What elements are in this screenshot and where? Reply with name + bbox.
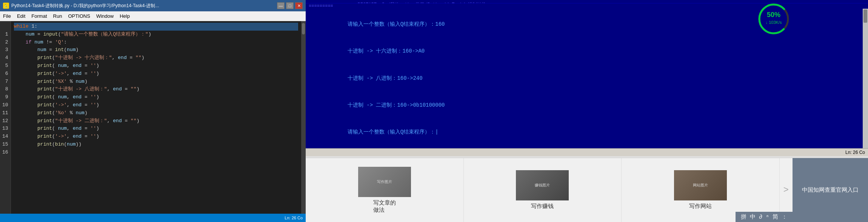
card-writing[interactable]: 写作图片 写文章的做法 <box>306 158 464 222</box>
close-button[interactable]: ✕ <box>295 2 303 9</box>
menu-format[interactable]: Format <box>31 13 47 19</box>
svg-point-1 <box>759 5 788 33</box>
code-line-10: print( num, end = '') <box>14 93 298 101</box>
card-img-label-3: 网站图片 <box>693 183 708 188</box>
card-img-label-1: 写作图片 <box>377 179 392 185</box>
code-line-14: print( num, end = '') <box>14 125 298 133</box>
card-earn[interactable]: 赚钱图片 写作赚钱 <box>464 158 622 222</box>
terminal-line-5: 请输入一个整数（输入Q结束程序）：| <box>309 119 859 146</box>
card-title-2: 写作赚钱 <box>531 203 554 210</box>
cursor-position: Ln: 26 Co <box>285 216 303 220</box>
scrollbar-thumb[interactable] <box>302 23 305 34</box>
editor-scrollbar[interactable] <box>301 21 306 214</box>
terminal-status-text: Ln: 26 Co <box>845 150 865 155</box>
minimize-button[interactable]: — <box>277 2 285 9</box>
code-line-4: num = int(num) <box>14 46 298 54</box>
code-line-8: print('%X' % num) <box>14 78 298 86</box>
card-img-writing: 写作图片 <box>358 167 411 197</box>
window-title: Python14-Task4-进制转换.py - D:/我的python学习/P… <box>11 3 159 9</box>
line-numbers: 12345678910111213141516 <box>0 21 11 214</box>
code-line-11: print('->', end = '') <box>14 101 298 109</box>
right-panel: ================= RESTART: D:/我的python学习… <box>306 0 868 222</box>
title-bar-left: 🐍 Python14-Task4-进制转换.py - D:/我的python学习… <box>3 3 159 9</box>
python-icon: 🐍 <box>3 3 9 9</box>
speed-widget: 50% ↓ 103K/s <box>757 2 791 36</box>
code-line-2: num = input("请输入一个整数（输入Q结束程序）：") <box>14 31 298 39</box>
card-title-1: 写文章的做法 <box>373 199 396 214</box>
code-line-13: print("十进制 -> 二进制：", end = "") <box>14 117 298 125</box>
terminal-line-4: 十进制 -> 二进制：160->0b10100000 <box>309 92 859 119</box>
card-img-website: 网站图片 <box>674 170 727 200</box>
terminal-status: Ln: 26 Co <box>306 148 868 156</box>
editor-content[interactable]: 12345678910111213141516 while 1: num = i… <box>0 21 306 214</box>
editor-window: 🐍 Python14-Task4-进制转换.py - D:/我的python学习… <box>0 0 306 222</box>
code-editor[interactable]: while 1: num = input("请输入一个整数（输入Q结束程序）："… <box>11 21 301 214</box>
code-line-9: print("十进制 -> 八进制：", end = "") <box>14 85 298 93</box>
code-line-12: print('%o' % num) <box>14 109 298 117</box>
menu-edit[interactable]: Edit <box>17 13 25 19</box>
menu-file[interactable]: File <box>3 13 11 19</box>
menu-bar: File Edit Format Run OPTIONS Window Help <box>0 11 306 21</box>
keyword-while: while <box>14 23 29 31</box>
code-line-while: while 1: <box>14 23 298 31</box>
terminal-line-2: 十进制 -> 十六进制：160->A0 <box>309 38 859 65</box>
ad-banner-right[interactable]: 中国知网查重官网入口 <box>793 158 868 222</box>
more-arrow-icon: > <box>783 185 789 195</box>
code-line-7: print('->', end = '') <box>14 70 298 78</box>
ad-text: 中国知网查重官网入口 <box>802 186 859 194</box>
code-line-16: print(bin(num)) <box>14 141 298 149</box>
editor-status-bar: Ln: 26 Co <box>0 214 306 222</box>
code-line-3: if num != 'Q': <box>14 39 298 47</box>
maximize-button[interactable]: □ <box>286 2 294 9</box>
card-img-earn: 赚钱图片 <box>516 170 569 200</box>
menu-window[interactable]: Window <box>96 13 114 19</box>
code-line-6: print( num, end = '') <box>14 62 298 70</box>
svg-text:↓ 103K/s: ↓ 103K/s <box>766 20 782 25</box>
card-img-label-2: 赚钱图片 <box>535 183 550 188</box>
bottom-web-panel: 请输入一个整数（输入Q结束程序）： 有序数 无 写作图片 写文章的做法 赚钱图片 <box>306 147 868 222</box>
code-line-5: print("十进制 -> 十六进制：", end = "") <box>14 54 298 62</box>
ime-text: 拼 中 ∂ ⁿ 简 ： <box>741 213 787 220</box>
code-line-15: print('->', end = '') <box>14 133 298 141</box>
menu-options[interactable]: OPTIONS <box>68 13 90 19</box>
terminal-scrollbar[interactable] <box>863 9 868 148</box>
speed-svg: 50% ↓ 103K/s <box>757 2 791 36</box>
terminal-line-3: 十进制 -> 八进制：160->240 <box>309 65 859 92</box>
menu-help[interactable]: Help <box>120 13 130 19</box>
ime-toolbar[interactable]: 拼 中 ∂ ⁿ 简 ： <box>736 212 793 222</box>
svg-text:50%: 50% <box>767 11 780 19</box>
terminal-scroll-thumb[interactable] <box>863 9 867 23</box>
menu-run[interactable]: Run <box>53 13 62 19</box>
separator-text: ========= <box>309 3 333 9</box>
card-title-3: 写作网站 <box>689 203 712 210</box>
main-layout: 🐍 Python14-Task4-进制转换.py - D:/我的python学习… <box>0 0 868 222</box>
title-bar: 🐍 Python14-Task4-进制转换.py - D:/我的python学习… <box>0 0 306 11</box>
window-controls: — □ ✕ <box>277 2 303 9</box>
